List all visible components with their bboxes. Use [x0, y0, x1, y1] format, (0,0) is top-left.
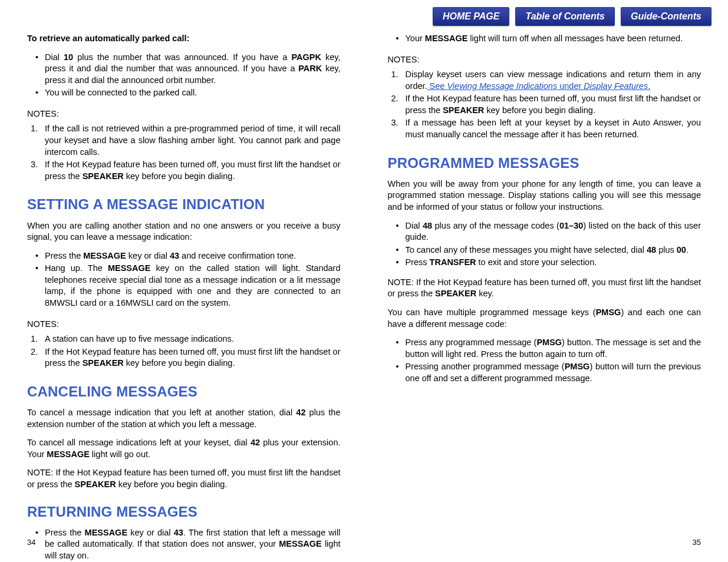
nav-toc[interactable]: Table of Contents [515, 7, 615, 26]
page-spread: To retrieve an automatically parked call… [0, 0, 728, 562]
cancel-p1: To cancel a message indication that you … [27, 407, 341, 430]
list-item: Dial 10 plus the number that was announc… [27, 52, 341, 87]
list-item: Hang up. The MESSAGE key on the called s… [27, 263, 341, 309]
setting-bullets: Press the MESSAGE key or dial 43 and rec… [27, 249, 341, 310]
page-left: To retrieve an automatically parked call… [0, 29, 364, 562]
list-item: To cancel any of these messages you migh… [388, 244, 701, 256]
list-item: Press the MESSAGE key or dial 43. The fi… [27, 527, 341, 562]
list-item: Dial 48 plus any of the message codes (0… [388, 220, 701, 243]
return-bullets-cont: Your MESSAGE light will turn off when al… [388, 32, 701, 46]
nav-tabs: HOME PAGE Table of Contents Guide-Conten… [433, 7, 711, 26]
return-notes: Display keyset users can view message in… [388, 68, 701, 141]
prog-intro: When you will be away from your phone fo… [388, 178, 701, 213]
page-right: Your MESSAGE light will turn off when al… [364, 29, 729, 562]
list-item: If the Hot Keypad feature has been turne… [27, 346, 341, 369]
page-number-left: 34 [27, 538, 35, 547]
list-item: Pressing another programmed message (PMS… [388, 361, 701, 384]
notes-label: NOTES: [388, 54, 701, 66]
heading-return: RETURNING MESSAGES [27, 503, 341, 521]
notes-label: NOTES: [27, 108, 341, 120]
list-item: You will be connected to the parked call… [27, 87, 341, 99]
list-item: If the Hot Keypad feature has been turne… [27, 159, 341, 182]
list-item: Your MESSAGE light will turn off when al… [388, 33, 701, 45]
retrieve-bullets: Dial 10 plus the number that was announc… [27, 51, 341, 100]
cancel-p2: To cancel all message indications left a… [27, 437, 341, 460]
prog-bullets-2: Press any programmed message (PMSG) butt… [388, 336, 701, 385]
nav-home[interactable]: HOME PAGE [433, 7, 510, 26]
list-item: Display keyset users can view message in… [388, 69, 701, 92]
prog-p2: You can have multiple programmed message… [388, 307, 701, 330]
return-bullets: Press the MESSAGE key or dial 43. The fi… [27, 526, 341, 562]
list-item: Press any programmed message (PMSG) butt… [388, 337, 701, 360]
prog-note: NOTE: If the Hot Keypad feature has been… [388, 277, 701, 300]
list-item: If a message has been left at your keyse… [388, 117, 701, 140]
heading-setting: SETTING A MESSAGE INDICATION [27, 195, 341, 214]
retrieve-intro: To retrieve an automatically parked call… [27, 33, 341, 45]
list-item: A station can have up to five message in… [27, 333, 341, 345]
list-item: If the Hot Keypad feature has been turne… [388, 93, 701, 116]
list-item: If the call is not retrieved within a pr… [27, 123, 341, 158]
nav-guide[interactable]: Guide-Contents [621, 7, 711, 26]
list-item: Press TRANSFER to exit and store your se… [388, 257, 701, 269]
cancel-note: NOTE: If the Hot Keypad feature has been… [27, 467, 341, 490]
heading-cancel: CANCELING MESSAGES [27, 382, 341, 401]
notes-label: NOTES: [27, 319, 341, 330]
setting-notes: A station can have up to five message in… [27, 332, 341, 371]
link-viewing-indications[interactable]: See Viewing Message Indications under Di… [427, 81, 651, 91]
prog-bullets: Dial 48 plus any of the message codes (0… [388, 219, 701, 270]
retrieve-notes: If the call is not retrieved within a pr… [27, 122, 341, 183]
setting-intro: When you are calling another station and… [27, 220, 341, 243]
page-number-right: 35 [693, 538, 701, 547]
heading-programmed: PROGRAMMED MESSAGES [388, 154, 701, 173]
list-item: Press the MESSAGE key or dial 43 and rec… [27, 250, 341, 262]
